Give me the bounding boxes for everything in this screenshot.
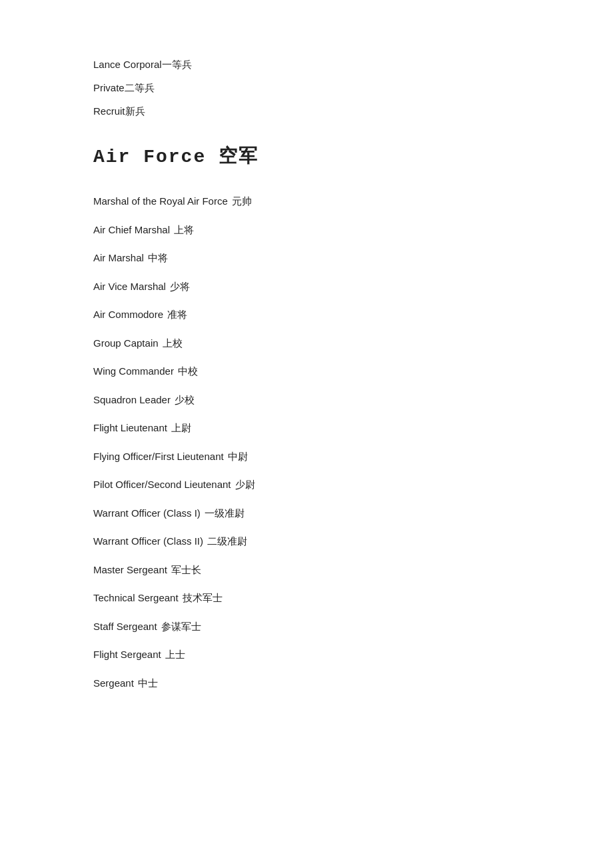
list-item: Warrant Officer (Class II)二级准尉 — [93, 527, 520, 556]
rank-english: Recruit — [93, 105, 125, 117]
list-item: Master Sergeant军士长 — [93, 556, 520, 585]
list-item: Warrant Officer (Class I)一级准尉 — [93, 499, 520, 528]
rank-english: Squadron Leader — [93, 394, 171, 405]
rank-chinese: 少尉 — [235, 479, 255, 490]
rank-chinese: 一级准尉 — [205, 507, 245, 519]
rank-english: Pilot Officer/Second Lieutenant — [93, 479, 231, 490]
rank-english: Sergeant — [93, 677, 134, 689]
rank-english: Flight Sergeant — [93, 649, 161, 660]
rank-chinese: 新兵 — [125, 105, 145, 117]
list-item: Air Commodore准将 — [93, 301, 520, 329]
list-item: Technical Sergeant技术军士 — [93, 584, 520, 613]
rank-chinese: 少校 — [175, 394, 195, 405]
list-item: Squadron Leader少校 — [93, 386, 520, 415]
rank-chinese: 军士长 — [171, 564, 201, 575]
rank-english: Air Marshal — [93, 252, 144, 263]
rank-chinese: 元帅 — [232, 195, 252, 207]
list-item: Lance Corporal一等兵 — [93, 53, 520, 77]
top-ranks-list: Lance Corporal一等兵Private二等兵Recruit新兵 — [93, 53, 520, 123]
rank-english: Warrant Officer (Class I) — [93, 507, 201, 519]
section-title: Air Force 空军 — [93, 143, 520, 169]
rank-chinese: 参谋军士 — [161, 621, 201, 632]
list-item: Air Marshal中将 — [93, 244, 520, 273]
list-item: Air Vice Marshal少将 — [93, 273, 520, 301]
rank-chinese: 中将 — [148, 252, 168, 263]
list-item: Air Chief Marshal上将 — [93, 216, 520, 245]
list-item: Sergeant中士 — [93, 669, 520, 698]
list-item: Pilot Officer/Second Lieutenant少尉 — [93, 471, 520, 499]
rank-english: Warrant Officer (Class II) — [93, 535, 203, 547]
rank-english: Group Captain — [93, 337, 159, 349]
list-item: Flight Lieutenant上尉 — [93, 414, 520, 443]
rank-chinese: 少将 — [170, 281, 190, 292]
rank-chinese: 二等兵 — [125, 82, 155, 93]
rank-english: Marshal of the Royal Air Force — [93, 195, 228, 207]
rank-chinese: 一等兵 — [162, 59, 192, 70]
list-item: Marshal of the Royal Air Force元帅 — [93, 187, 520, 216]
rank-english: Lance Corporal — [93, 59, 162, 70]
rank-english: Air Chief Marshal — [93, 224, 170, 235]
rank-english: Flight Lieutenant — [93, 422, 167, 433]
rank-english: Air Vice Marshal — [93, 281, 166, 292]
rank-chinese: 中校 — [178, 365, 198, 377]
rank-chinese: 技术军士 — [183, 592, 223, 603]
list-item: Flying Officer/First Lieutenant中尉 — [93, 443, 520, 471]
rank-chinese: 上校 — [163, 337, 183, 349]
rank-english: Flying Officer/First Lieutenant — [93, 451, 224, 462]
rank-chinese: 上将 — [174, 224, 194, 235]
air-force-ranks-list: Marshal of the Royal Air Force元帅Air Chie… — [93, 187, 520, 697]
list-item: Recruit新兵 — [93, 100, 520, 123]
rank-english: Wing Commander — [93, 365, 174, 377]
rank-english: Private — [93, 82, 125, 93]
rank-english: Air Commodore — [93, 309, 163, 320]
rank-chinese: 上士 — [165, 649, 185, 660]
list-item: Wing Commander中校 — [93, 357, 520, 386]
rank-chinese: 中尉 — [228, 451, 248, 462]
rank-chinese: 准将 — [167, 309, 187, 320]
list-item: Staff Sergeant参谋军士 — [93, 613, 520, 641]
rank-chinese: 中士 — [138, 677, 158, 689]
list-item: Group Captain上校 — [93, 329, 520, 358]
rank-english: Staff Sergeant — [93, 621, 157, 632]
rank-chinese: 二级准尉 — [207, 535, 247, 547]
list-item: Flight Sergeant上士 — [93, 641, 520, 669]
rank-english: Master Sergeant — [93, 564, 167, 575]
rank-english: Technical Sergeant — [93, 592, 179, 603]
list-item: Private二等兵 — [93, 77, 520, 100]
rank-chinese: 上尉 — [171, 422, 191, 433]
